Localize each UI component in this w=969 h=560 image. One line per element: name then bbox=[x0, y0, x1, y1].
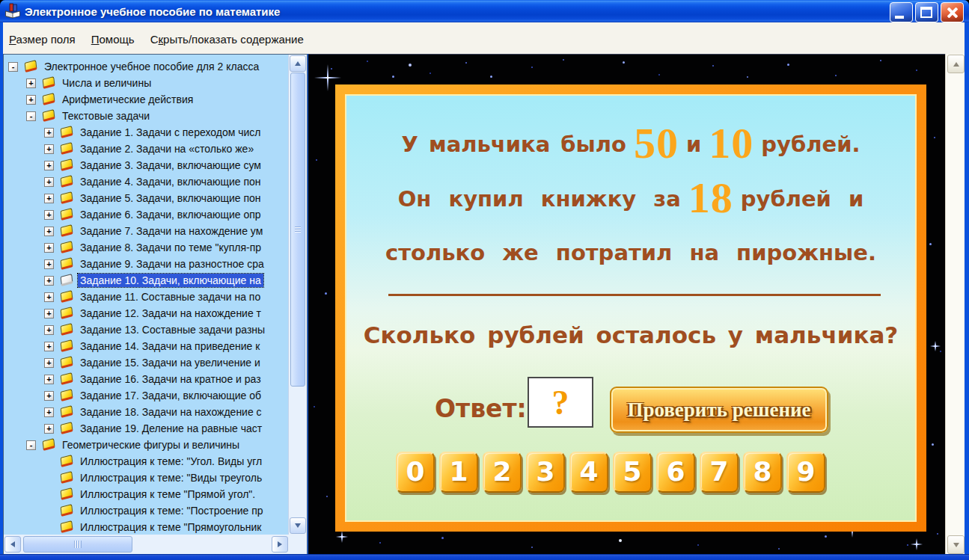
star bbox=[441, 537, 444, 539]
tree-item[interactable]: +Задание 7. Задачи на нахождение ум bbox=[4, 223, 289, 239]
expand-toggle-icon[interactable]: + bbox=[44, 407, 54, 417]
tree-horizontal-scrollbar[interactable] bbox=[4, 535, 289, 554]
tree-item-label: Задание 18. Задачи на нахождение с bbox=[78, 405, 264, 419]
tree-item[interactable]: +Задание 12. Задачи на нахождение т bbox=[4, 305, 289, 321]
digit-button-3[interactable]: 3 bbox=[526, 452, 565, 493]
digit-button-9[interactable]: 9 bbox=[786, 452, 825, 493]
tree-vertical-scrollbar-thumb[interactable] bbox=[290, 73, 305, 387]
main-scroll-down-button[interactable] bbox=[947, 535, 965, 554]
menu-item-1[interactable]: Помощь bbox=[91, 33, 135, 46]
expand-toggle-icon[interactable]: + bbox=[44, 424, 54, 434]
expand-toggle-icon[interactable]: + bbox=[44, 144, 54, 154]
answer-input[interactable]: ? bbox=[528, 377, 593, 428]
expand-toggle-icon[interactable]: + bbox=[44, 375, 54, 384]
star bbox=[430, 73, 431, 74]
digit-button-8[interactable]: 8 bbox=[743, 452, 782, 493]
tree-item-label: Иллюстрация к теме "Прямой угол". bbox=[78, 487, 257, 501]
tree-item[interactable]: +Задание 4. Задачи, включающие пон bbox=[4, 173, 289, 190]
expand-toggle-icon[interactable]: + bbox=[26, 79, 36, 88]
main-vertical-scrollbar[interactable] bbox=[945, 54, 965, 555]
collapse-toggle-icon[interactable]: - bbox=[26, 440, 36, 450]
tree-item[interactable]: Иллюстрация к теме "Прямой угол". bbox=[4, 486, 289, 502]
tree-item[interactable]: -Текстовые задачи bbox=[4, 108, 289, 124]
expand-toggle-icon[interactable]: + bbox=[44, 342, 54, 351]
expand-toggle-icon[interactable]: + bbox=[44, 276, 54, 286]
star bbox=[326, 496, 328, 497]
expand-toggle-icon[interactable]: + bbox=[44, 358, 54, 368]
digit-button-5[interactable]: 5 bbox=[613, 452, 652, 493]
tree-scroll-down-button[interactable] bbox=[290, 517, 306, 534]
minimize-button[interactable] bbox=[890, 2, 913, 22]
tree-item[interactable]: +Задание 16. Задачи на кратное и раз bbox=[4, 371, 289, 387]
expand-toggle-icon[interactable]: + bbox=[44, 309, 54, 319]
title-bar[interactable]: Электронное учебное пособие по математик… bbox=[0, 0, 969, 22]
open-book-icon bbox=[61, 274, 73, 286]
tree-item[interactable]: Иллюстрация к теме: "Построение пр bbox=[4, 502, 289, 519]
tree-item[interactable]: +Задание 9. Задачи на разностное сра bbox=[4, 256, 289, 272]
expand-toggle-icon[interactable]: + bbox=[44, 391, 54, 401]
expand-toggle-icon[interactable]: + bbox=[44, 210, 54, 220]
digit-button-1[interactable]: 1 bbox=[439, 452, 478, 493]
expand-toggle-icon[interactable]: + bbox=[44, 128, 54, 138]
collapse-toggle-icon[interactable]: - bbox=[8, 62, 18, 72]
expand-toggle-icon[interactable]: + bbox=[44, 259, 54, 269]
tree-item-label: Иллюстрация к теме: "Построение пр bbox=[78, 504, 266, 517]
star bbox=[697, 544, 699, 546]
expand-toggle-icon[interactable]: + bbox=[44, 161, 54, 170]
tree-item[interactable]: +Задание 17. Задачи, включающие об bbox=[4, 387, 289, 404]
tree-vertical-scrollbar[interactable] bbox=[288, 55, 307, 535]
menu-item-0[interactable]: Размер поля bbox=[9, 33, 76, 46]
menu-item-2[interactable]: Скрыть/показать содержание bbox=[150, 33, 304, 46]
tree-item[interactable]: +Задание 15. Задачи на увеличение и bbox=[4, 354, 289, 371]
expand-toggle-icon[interactable]: + bbox=[26, 95, 36, 105]
digit-button-2[interactable]: 2 bbox=[483, 452, 522, 493]
tree-item[interactable]: +Задание 18. Задачи на нахождение с bbox=[4, 404, 289, 420]
tree-horizontal-scrollbar-thumb[interactable] bbox=[23, 536, 132, 553]
close-button[interactable] bbox=[941, 2, 964, 22]
expand-toggle-icon[interactable]: + bbox=[44, 227, 54, 236]
expand-toggle-icon[interactable]: + bbox=[44, 292, 54, 302]
expand-toggle-icon[interactable]: + bbox=[44, 177, 54, 187]
star bbox=[490, 76, 492, 78]
book-icon bbox=[61, 307, 73, 319]
digit-button-6[interactable]: 6 bbox=[656, 452, 695, 493]
tree-item[interactable]: +Задание 19. Деление на равные част bbox=[4, 420, 289, 437]
tree-item[interactable]: +Задание 2. Задачи на «столько же» bbox=[4, 141, 289, 157]
digit-button-7[interactable]: 7 bbox=[700, 452, 739, 493]
expand-toggle-icon[interactable]: + bbox=[44, 325, 54, 335]
tree-item[interactable]: +Задание 11. Составные задачи на по bbox=[4, 289, 289, 305]
tree-item[interactable]: +Задание 10. Задачи, включающие на bbox=[4, 272, 289, 289]
scrollbar-corner bbox=[289, 535, 307, 554]
tree-item[interactable]: +Числа и величины bbox=[4, 75, 289, 91]
expand-toggle-icon[interactable]: + bbox=[44, 194, 54, 203]
tree-item[interactable]: +Задание 14. Задачи на приведение к bbox=[4, 338, 289, 354]
tree-item[interactable]: +Задание 5. Задачи, включающие пон bbox=[4, 190, 289, 206]
expand-toggle-icon[interactable]: + bbox=[44, 243, 54, 253]
maximize-button[interactable] bbox=[915, 2, 938, 22]
tree-item[interactable]: +Задание 3. Задачи, включающие сум bbox=[4, 157, 289, 173]
collapse-toggle-icon[interactable]: - bbox=[26, 111, 36, 121]
tree-item[interactable]: +Задание 1. Задачи с переходом числ bbox=[4, 124, 289, 141]
main-scroll-up-button[interactable] bbox=[947, 55, 965, 73]
tree-item[interactable]: -Геометрические фигуры и величины bbox=[4, 437, 289, 453]
tree-item[interactable]: -Электронное учебное пособие для 2 класс… bbox=[4, 58, 289, 75]
check-solution-button[interactable]: Проверить решение bbox=[610, 387, 828, 433]
tree-item-label: Задание 14. Задачи на приведение к bbox=[78, 339, 262, 353]
tree-item[interactable]: +Задание 13. Составные задачи разны bbox=[4, 321, 289, 338]
tree-item-label: Арифметические действия bbox=[60, 93, 195, 106]
star bbox=[392, 76, 394, 78]
tree-item-label: Задание 4. Задачи, включающие пон bbox=[78, 175, 263, 188]
digit-button-4[interactable]: 4 bbox=[569, 452, 608, 493]
tree-item-label: Электронное учебное пособие для 2 класса bbox=[42, 60, 261, 73]
tree-item[interactable]: +Арифметические действия bbox=[4, 91, 289, 108]
tree-scroll-left-button[interactable] bbox=[4, 536, 21, 553]
tree-item[interactable]: Иллюстрация к теме: "Виды треуголь bbox=[4, 470, 289, 486]
tree-scroll-right-button[interactable] bbox=[272, 536, 288, 553]
tree-scroll-up-button[interactable] bbox=[290, 55, 306, 72]
digit-button-0[interactable]: 0 bbox=[396, 452, 435, 493]
tree-item[interactable]: +Задание 8. Задачи по теме "купля-пр bbox=[4, 239, 289, 256]
tree-item[interactable]: Иллюстрация к теме: "Угол. Виды угл bbox=[4, 453, 289, 470]
tree-item[interactable]: +Задание 6. Задачи, включающие опр bbox=[4, 206, 289, 223]
tree-item[interactable]: Иллюстрация к теме "Прямоугольник bbox=[4, 519, 289, 535]
book-icon bbox=[61, 323, 73, 335]
